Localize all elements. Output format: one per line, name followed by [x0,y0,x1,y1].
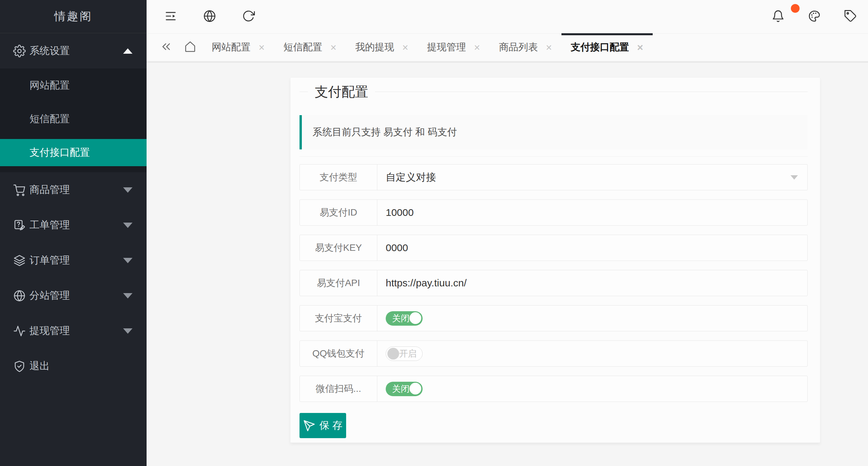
sidebar-item-商品管理[interactable]: 商品管理 [0,172,147,207]
refresh-icon-button[interactable] [241,9,256,24]
tab-支付接口配置[interactable]: 支付接口配置× [561,34,653,61]
section-title: 支付配置 [308,83,375,101]
tab-短信配置[interactable]: 短信配置× [274,34,346,61]
field-label: QQ钱包支付 [300,341,377,366]
globe-icon [13,289,26,302]
collapse-tabs-icon [160,40,173,54]
chevron-down-icon [123,258,132,263]
send-icon [303,420,315,432]
sidebar-subitem-label: 网站配置 [30,79,70,92]
text-input[interactable] [386,242,807,254]
payment-config-card: 支付配置 系统目前只支持 易支付 和 码支付 支付类型自定义对接易支付ID易支付… [290,77,820,443]
form-row-易支付API: 易支付API [300,270,808,296]
toggle-knob [388,348,399,359]
sidebar: 情趣阁 系统设置网站配置短信配置支付接口配置商品管理工单管理订单管理分站管理提现… [0,0,147,466]
shield-check-icon [13,359,26,373]
sidebar-item-系统设置[interactable]: 系统设置 [0,33,147,68]
tab-close-icon[interactable]: × [402,42,408,53]
tab-close-icon[interactable]: × [546,42,552,53]
collapse-tabs-icon-button[interactable] [154,34,178,61]
tag-icon [844,9,857,24]
sidebar-item-工单管理[interactable]: 工单管理 [0,207,147,243]
notice-banner: 系统目前只支持 易支付 和 码支付 [300,115,808,149]
form-row-支付宝支付: 支付宝支付关闭 [300,305,808,331]
sidebar-item-分站管理[interactable]: 分站管理 [0,278,147,313]
tab-label: 支付接口配置 [571,40,629,54]
tab-我的提现[interactable]: 我的提现× [346,34,417,61]
field-label: 易支付KEY [300,235,377,261]
layers-icon [13,254,26,267]
field-value [377,200,807,225]
tab-close-icon[interactable]: × [637,42,643,53]
sidebar-item-退出[interactable]: 退出 [0,349,147,384]
collapse-sidebar-icon [164,9,178,24]
sidebar-subitem-label: 支付接口配置 [30,146,90,159]
globe-icon-button[interactable] [202,9,217,24]
tab-label: 网站配置 [212,40,251,54]
field-value [377,270,807,296]
tab-close-icon[interactable]: × [330,42,336,53]
tab-close-icon[interactable]: × [474,42,480,53]
tab-bar: 网站配置×短信配置×我的提现×提现管理×商品列表×支付接口配置× [147,33,868,63]
bell-icon [771,9,785,24]
tag-icon-button[interactable] [843,9,858,24]
activity-icon [13,324,26,338]
main-column: 网站配置×短信配置×我的提现×提现管理×商品列表×支付接口配置× 支付配置 系统… [147,0,868,466]
payment-type-select[interactable]: 自定义对接 [377,165,807,190]
sidebar-item-提现管理[interactable]: 提现管理 [0,313,147,349]
tab-网站配置[interactable]: 网站配置× [202,34,274,61]
sidebar-item-label: 退出 [30,359,132,373]
sidebar-subitem-支付接口配置[interactable]: 支付接口配置 [0,139,147,166]
sidebar-subitem-网站配置[interactable]: 网站配置 [0,68,147,102]
toggle-label: 关闭 [392,313,409,324]
tab-商品列表[interactable]: 商品列表× [489,34,561,61]
app-root: 情趣阁 系统设置网站配置短信配置支付接口配置商品管理工单管理订单管理分站管理提现… [0,0,868,466]
toggle-switch[interactable]: 关闭 [386,382,423,396]
tab-提现管理[interactable]: 提现管理× [417,34,489,61]
home-icon-button[interactable] [178,34,202,61]
app-title: 情趣阁 [0,0,147,33]
selected-option: 自定义对接 [386,171,436,184]
field-label: 易支付ID [300,200,377,225]
payment-form: 支付类型自定义对接易支付ID易支付KEY易支付API支付宝支付关闭QQ钱包支付开… [300,164,808,402]
bell-icon-button[interactable] [771,9,785,24]
toggle-switch[interactable]: 关闭 [386,311,423,326]
topbar-left-icons [163,9,256,24]
ticket-icon [13,219,26,232]
sidebar-subitem-短信配置[interactable]: 短信配置 [0,102,147,136]
sidebar-item-label: 提现管理 [30,324,123,338]
notification-dot [791,4,800,13]
divider [300,156,808,157]
toggle-switch[interactable]: 开启 [386,347,423,361]
tab-label: 我的提现 [355,40,394,54]
sidebar-item-label: 订单管理 [30,254,123,267]
form-row-易支付KEY: 易支付KEY [300,235,808,261]
palette-icon [808,9,821,24]
home-icon [184,40,196,54]
topbar [147,0,868,33]
tab-label: 提现管理 [427,40,466,54]
chevron-down-icon [123,328,132,334]
sidebar-submenu: 网站配置短信配置支付接口配置 [0,68,147,172]
collapse-sidebar-icon-button[interactable] [163,9,178,24]
field-value [377,235,807,261]
palette-icon-button[interactable] [807,9,822,24]
globe-icon [203,9,216,24]
notice-text: 系统目前只支持 易支付 和 码支付 [313,125,457,139]
save-button-label: 保 存 [319,419,342,432]
form-row-支付类型: 支付类型自定义对接 [300,164,808,191]
field-label: 微信扫码... [300,376,377,402]
toggle-knob [409,312,421,324]
field-value: 关闭 [377,376,807,402]
text-input[interactable] [386,207,807,218]
form-row-微信扫码...: 微信扫码...关闭 [300,376,808,402]
section-title-divider: 支付配置 [300,83,808,101]
toggle-knob [409,383,421,395]
tab-close-icon[interactable]: × [258,42,265,53]
sidebar-item-label: 工单管理 [30,218,123,232]
field-label: 支付宝支付 [300,305,377,331]
save-button[interactable]: 保 存 [300,413,346,438]
toggle-label: 开启 [399,348,416,359]
sidebar-item-订单管理[interactable]: 订单管理 [0,243,147,278]
text-input[interactable] [386,277,807,289]
